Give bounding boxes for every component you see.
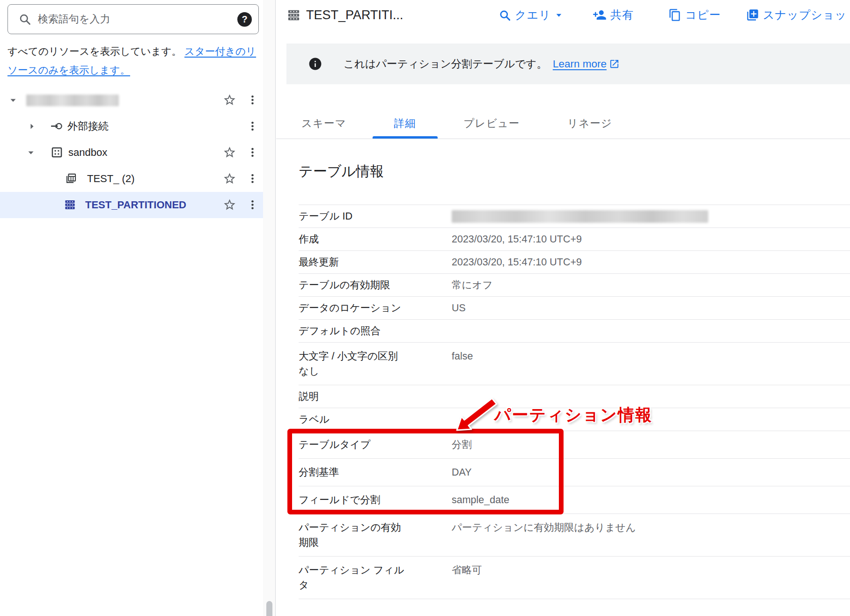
star-icon[interactable]	[223, 172, 236, 185]
info-row-default-collation: デフォルトの照合	[299, 320, 850, 343]
info-row-created: 作成 2023/03/20, 15:47:10 UTC+9	[299, 228, 850, 251]
tree-item-label-selected: TEST_PARTITIONED	[85, 192, 186, 218]
table-title: TEST_PARTITI...	[306, 0, 403, 30]
section-heading: テーブル情報	[299, 161, 850, 181]
snapshot-icon	[746, 8, 759, 22]
caret-right-icon[interactable]	[26, 121, 37, 132]
bigquery-console: ? すべてのリソースを表示しています。 スター付きのリソースのみを表示します。	[0, 0, 850, 616]
tab-details-label: 詳細	[394, 117, 416, 129]
tree-row-external-connection[interactable]: 外部接続	[0, 113, 263, 139]
row-value: 常にオフ	[452, 278, 493, 293]
star-icon[interactable]	[223, 93, 236, 107]
partitioned-table-banner: これはパーティション分割テーブルです。 Learn more	[286, 44, 850, 84]
copy-button-label: コピー	[685, 7, 721, 22]
row-label: フィールドで分割	[299, 492, 452, 507]
tab-details[interactable]: 詳細	[373, 110, 438, 139]
info-row-table-id: テーブル ID	[299, 205, 850, 228]
help-icon[interactable]: ?	[237, 12, 252, 27]
info-row-data-location: データのロケーション US	[299, 297, 850, 320]
kebab-menu-icon[interactable]	[247, 94, 258, 106]
info-row-table-expiry: テーブルの有効期限 常にオフ	[299, 274, 850, 297]
tab-lineage[interactable]: リネージ	[546, 110, 634, 139]
row-value: sample_date	[452, 492, 509, 507]
copy-icon	[668, 8, 681, 22]
partitioned-table-icon	[64, 198, 76, 211]
row-value: パーティションに有効期限はありません	[452, 520, 636, 550]
info-row-labels: ラベル	[299, 408, 850, 431]
partition-info-group: パーティション情報 テーブルタイプ 分割 分割基準 DAY フィールドで	[299, 431, 850, 514]
info-row-partitioned-by: 分割基準 DAY	[299, 459, 850, 486]
kebab-menu-icon[interactable]	[247, 173, 258, 184]
tree-item-label: sandbox	[68, 139, 107, 166]
redacted-table-id	[452, 210, 708, 223]
tab-schema[interactable]: スキーマ	[280, 110, 368, 139]
row-value: 2023/03/20, 15:47:10 UTC+9	[452, 232, 582, 247]
table-details-panel: TEST_PARTITI... クエリ 共有	[276, 0, 850, 616]
query-button[interactable]: クエリ	[498, 0, 563, 30]
row-label: テーブルの有効期限	[299, 278, 452, 293]
row-label: パーティションの有効 期限	[299, 520, 452, 550]
row-label: デフォルトの照合	[299, 323, 452, 338]
snapshot-button[interactable]: スナップショット	[746, 0, 850, 30]
partitioned-table-icon	[286, 8, 301, 22]
scrollbar-thumb[interactable]	[266, 601, 272, 616]
search-icon	[498, 9, 511, 22]
info-icon	[308, 57, 322, 71]
resource-tree: 外部接続 sandbox	[0, 87, 263, 218]
tree-row-tables-group[interactable]: TEST_ (2)	[0, 166, 263, 192]
info-row-partition-expiry: パーティションの有効 期限 パーティションに有効期限はありません	[299, 514, 850, 557]
open-in-new-icon	[609, 59, 620, 69]
filter-status-text: すべてのリソースを表示しています。	[7, 46, 182, 57]
kebab-menu-icon[interactable]	[247, 199, 258, 211]
person-add-icon	[593, 8, 607, 22]
resource-search-box: ?	[7, 4, 259, 34]
row-value: 省略可	[452, 563, 482, 593]
row-label: 最終更新	[299, 255, 452, 270]
share-button[interactable]: 共有	[593, 0, 634, 30]
tree-row-project[interactable]	[0, 87, 263, 113]
resource-filter-note: すべてのリソースを表示しています。 スター付きのリソースのみを表示します。	[7, 42, 260, 80]
learn-more-label: Learn more	[553, 58, 607, 70]
query-button-label: クエリ	[515, 7, 551, 22]
kebab-menu-icon[interactable]	[247, 147, 258, 158]
table-info-list: テーブル ID 作成 2023/03/20, 15:47:10 UTC+9 最終…	[299, 205, 850, 599]
row-label: 分割基準	[299, 465, 452, 480]
row-label: 大文字 / 小文字の区別 なし	[299, 349, 452, 379]
info-row-last-modified: 最終更新 2023/03/20, 15:47:10 UTC+9	[299, 251, 850, 274]
info-row-table-type: テーブルタイプ 分割	[299, 431, 850, 459]
row-value: 分割	[452, 437, 472, 452]
detail-tabs: スキーマ 詳細 プレビュー リネージ	[276, 110, 850, 139]
star-icon[interactable]	[223, 198, 236, 212]
star-icon[interactable]	[223, 146, 236, 159]
table-info-section: テーブル情報 テーブル ID 作成 2023/03/20, 15:47:10 U…	[299, 161, 850, 599]
dataset-icon	[51, 146, 63, 159]
search-input[interactable]	[38, 13, 237, 25]
tables-group-icon	[65, 172, 77, 185]
info-row-case-insensitive: 大文字 / 小文字の区別 なし false	[299, 343, 850, 385]
tree-item-label: TEST_ (2)	[87, 166, 134, 192]
kebab-menu-icon[interactable]	[247, 120, 258, 132]
snapshot-button-label: スナップショット	[763, 7, 850, 22]
row-value: false	[452, 349, 473, 379]
tree-row-dataset-sandbox[interactable]: sandbox	[0, 139, 263, 166]
row-label: テーブルタイプ	[299, 437, 452, 452]
redacted-project-name	[26, 95, 119, 106]
external-connection-icon	[51, 120, 63, 132]
tree-row-test-partitioned[interactable]: TEST_PARTITIONED	[0, 192, 263, 218]
info-row-partitioned-on-field: フィールドで分割 sample_date	[299, 486, 850, 514]
row-label: ラベル	[299, 412, 452, 427]
row-value: DAY	[452, 465, 472, 480]
row-label: 作成	[299, 232, 452, 247]
info-row-partition-filter: パーティション フィル タ 省略可	[299, 557, 850, 599]
tab-preview[interactable]: プレビュー	[442, 110, 542, 139]
row-value: 2023/03/20, 15:47:10 UTC+9	[452, 255, 582, 270]
share-button-label: 共有	[610, 7, 634, 22]
info-row-description: 説明	[299, 385, 850, 408]
row-label: テーブル ID	[299, 209, 452, 224]
search-icon	[18, 13, 31, 26]
learn-more-link[interactable]: Learn more	[553, 58, 620, 70]
row-label: 説明	[299, 389, 452, 404]
caret-down-icon[interactable]	[25, 147, 37, 158]
copy-button[interactable]: コピー	[668, 0, 721, 30]
caret-down-icon[interactable]	[7, 95, 19, 106]
